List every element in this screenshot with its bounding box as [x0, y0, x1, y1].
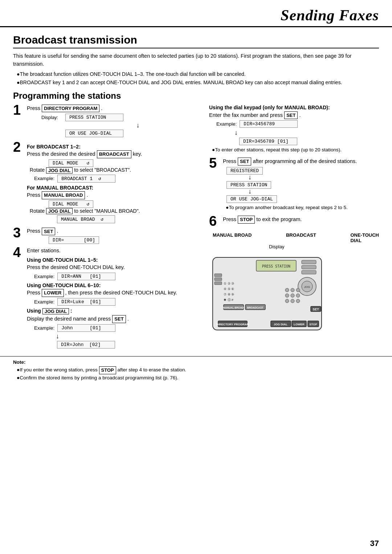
to-enter-bullet: ●To enter other stations, repeat this st…	[212, 146, 379, 154]
step-1-display-group: Display: PRESS STATION ↓ OR USE JOG-DIAL	[41, 114, 202, 137]
step-1-display-row2: OR USE JOG-DIAL	[41, 130, 202, 137]
right-example-screen-1: DIR=3456789	[240, 120, 298, 128]
right-example-label-1: Example:	[216, 121, 237, 127]
step-3-screen: DIR= [00]	[49, 236, 99, 244]
manual-press: Press	[27, 192, 40, 198]
one-touch-label: ONE-TOUCHDIAL	[351, 232, 379, 243]
step-5-number: 5	[209, 156, 223, 170]
one-touch-6-10-label: Using ONE-TOUCH DIAL 6–10:	[27, 282, 202, 288]
example-row-manual: MANUAL BROAD ↺	[34, 215, 202, 223]
step-2-display-dial: DIAL MODE ↺	[49, 159, 202, 166]
note-bullet-1: ●If you enter the wrong station, press S…	[17, 366, 379, 374]
broadcast-label: For BROADCAST 1–2:	[27, 144, 202, 150]
step-5-press: Press	[223, 158, 236, 164]
example-row-2: Example: DIR=Luke [01]	[34, 298, 202, 306]
step-1-number: 1	[13, 103, 27, 117]
svg-point-37	[291, 299, 294, 303]
step-5-screen-3: OR USE JOG-DIAL	[226, 195, 277, 203]
jog-dial-label: Using JOG DIAL :	[27, 308, 202, 314]
set-key-step5: SET	[238, 158, 251, 166]
one-touch-1-5-text: Press the desired ONE-TOUCH DIAL key.	[27, 264, 202, 272]
step-5-after: after programming all of the desired sta…	[253, 158, 357, 164]
step-6-press: Press	[223, 216, 236, 222]
step-6-number: 6	[209, 214, 223, 228]
jog-dial-key-1: JOG DIAL	[46, 167, 73, 174]
arrow-down-jog: ↓	[56, 333, 202, 340]
step-5-content: Press SET after programming all of the d…	[223, 158, 379, 213]
step-5-arrow-1: ↓	[248, 174, 379, 181]
step-2: 2 For BROADCAST 1–2: Press the desired t…	[13, 142, 202, 224]
svg-rect-14	[215, 278, 222, 281]
step-3-line: Press SET .	[27, 227, 202, 235]
step-3-suffix: .	[57, 228, 58, 234]
svg-text:BROADCAST: BROADCAST	[247, 306, 264, 309]
svg-point-32	[296, 288, 300, 292]
dial-mode-screen: DIAL MODE ↺	[49, 159, 93, 167]
example-row-3: Example: John [01]	[34, 324, 202, 332]
example-row-broadcast: Example: BROADCAST 1 ↺	[34, 175, 202, 183]
step-3-number: 3	[13, 226, 27, 240]
svg-rect-13	[215, 274, 222, 277]
example-screen-2: DIR=Luke [01]	[57, 298, 115, 306]
directory-program-key: DIRECTORY PROGRAM	[42, 105, 99, 113]
fax-machine-svg: PRESS STATION JOG ① ② ③ ④ ⑤ ⑥ ⑦ ⑧ ⑨ ✱ ⓪ …	[209, 250, 332, 337]
example-screen-1: DIR=ANN [01]	[57, 273, 115, 280]
set-key-right: SET	[284, 111, 298, 119]
step-3: 3 Press SET . DIR= [00]	[13, 227, 202, 244]
programming-title: Programming the stations	[13, 91, 379, 101]
dial-keypad-text: Enter the fax number and press SET .	[209, 111, 379, 119]
left-column: 1 Press DIRECTORY PROGRAM . Display: PRE…	[13, 105, 202, 353]
svg-text:LOWER: LOWER	[294, 323, 305, 326]
svg-point-31	[291, 288, 294, 292]
svg-rect-15	[215, 282, 222, 285]
one-touch-1-5-label: Using ONE-TOUCH DIAL 1–5:	[27, 257, 202, 263]
svg-point-38	[296, 299, 300, 303]
manual-suffix: .	[87, 192, 88, 198]
jog-dial-key-step4: JOG DIAL	[42, 308, 69, 314]
example-label-1: Example:	[34, 176, 54, 181]
svg-text:STOP: STOP	[309, 323, 317, 326]
svg-point-30	[285, 288, 289, 292]
svg-text:① ② ③: ① ② ③	[224, 282, 234, 285]
bullet2: ●BROADCAST key 1 and 2 can accept ONE-TO…	[17, 79, 379, 86]
svg-point-36	[285, 299, 289, 303]
stop-key-step6: STOP	[238, 216, 255, 224]
svg-text:MANUAL BROAD: MANUAL BROAD	[223, 306, 244, 309]
step-5: 5 Press SET after programming all of the…	[209, 158, 379, 213]
manual-dial-mode-screen: DIAL MODE ↺	[49, 200, 93, 208]
set-key-jog: SET	[112, 315, 126, 323]
example-screen-4: DIR=John [02]	[57, 341, 115, 349]
svg-text:JOG: JOG	[304, 285, 310, 289]
manual-dial-mode-display: DIAL MODE ↺	[49, 200, 202, 207]
step-4-content: Enter stations. Using ONE-TOUCH DIAL 1–5…	[27, 247, 202, 350]
note-title: Note:	[13, 359, 379, 365]
dial-keypad-prefix: Enter the fax number and press	[209, 112, 283, 118]
step-2-line: Press the desired the desired BROADCAST …	[27, 150, 202, 158]
svg-text:④ ⑤ ⑥: ④ ⑤ ⑥	[224, 287, 234, 291]
step-6-suffix: to exit the program.	[256, 216, 302, 222]
step-1-content: Press DIRECTORY PROGRAM . Display: PRESS…	[27, 105, 202, 139]
step-5-displays: REGISTERED ↓ PRESS STATION ↓ OR USE JOG-…	[226, 167, 379, 202]
dial-keypad-period: .	[299, 112, 301, 118]
step-2-key-suffix: key.	[133, 151, 142, 157]
set-key-step3: SET	[42, 228, 55, 236]
bullet1: ●The broadcast function utilizes ONE-TOU…	[17, 70, 379, 78]
note-section: Note: ●If you enter the wrong station, p…	[0, 356, 392, 384]
lower-key: LOWER	[42, 289, 64, 297]
step-3-content: Press SET . DIR= [00]	[27, 227, 202, 244]
svg-point-33	[285, 294, 289, 297]
right-example-screen-2: DIR=3456789 [01]	[239, 138, 297, 145]
step-1-period: .	[101, 105, 102, 111]
note-bullet-2: ●Confirm the stored items by printing a …	[17, 374, 379, 382]
svg-rect-4	[302, 265, 316, 269]
svg-text:SET: SET	[313, 307, 319, 311]
svg-point-34	[291, 294, 294, 297]
svg-point-35	[296, 294, 300, 297]
step-1: 1 Press DIRECTORY PROGRAM . Display: PRE…	[13, 105, 202, 139]
broadcast-key: BROADCAST	[97, 150, 131, 158]
manual-broad-key: MANUAL BROAD	[42, 191, 85, 199]
dial-keypad-section: Using the dial keypad (only for MANUAL B…	[209, 105, 379, 154]
step-2-number: 2	[13, 140, 27, 154]
broadcast-label-diag: BROADCAST	[286, 232, 316, 243]
right-example-row-1: Example: DIR=3456789	[216, 120, 379, 128]
